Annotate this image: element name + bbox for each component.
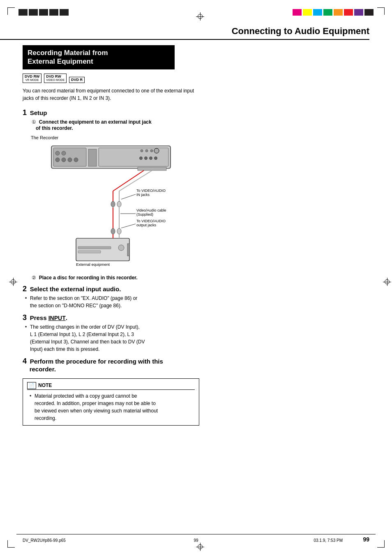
note-box: 📄 NOTE Material protected with a copy gu…	[23, 378, 199, 426]
svg-point-3	[62, 151, 66, 155]
step-1-number: 1	[23, 108, 27, 117]
svg-point-23	[111, 201, 115, 207]
note-text: Material protected with a copy guard can…	[27, 392, 195, 422]
svg-text:To VIDEO/AUDIO: To VIDEO/AUDIO	[136, 189, 166, 193]
badge-dvdrw-video-sub: VIDEO MODE	[46, 78, 65, 82]
note-bullet-1: Material protected with a copy guard can…	[35, 392, 195, 422]
note-label: NOTE	[38, 382, 52, 388]
badge-dvdrw-vr-sub: VR MODE	[25, 78, 39, 82]
step-4: 4 Perform the procedure for recording wi…	[23, 357, 212, 373]
step-2-title: Select the external input audio.	[30, 286, 121, 292]
footer-rule	[16, 534, 376, 534]
badge-dvdrw-vr: DVD RW VR MODE	[23, 74, 42, 83]
badge-dvdrw-vr-main: DVD RW	[25, 74, 39, 78]
svg-rect-1	[53, 148, 86, 166]
step-4-number: 4	[23, 357, 27, 365]
input-keyword: INPUT	[48, 315, 66, 321]
step-3-title: Press INPUT.	[30, 314, 67, 321]
svg-text:(Supplied): (Supplied)	[136, 212, 153, 216]
svg-point-24	[117, 201, 121, 207]
step-2: 2 Select the external input audio. Refer…	[23, 285, 212, 309]
step-2-number: 2	[23, 285, 27, 293]
svg-text:output jacks: output jacks	[136, 223, 157, 227]
step-3-number: 3	[23, 313, 27, 322]
svg-point-13	[154, 148, 159, 153]
svg-rect-18	[138, 167, 166, 170]
svg-point-5	[62, 158, 66, 162]
footer-filename: DV_RW2U#p86-99.p65	[23, 538, 66, 543]
page-title: Connecting to Audio Equipment	[0, 26, 369, 37]
badge-dvdrw-video-main: DVD RW	[46, 74, 61, 78]
svg-point-7	[74, 158, 78, 162]
badge-dvdrw-video: DVD RW VIDEO MODE	[44, 74, 67, 83]
svg-rect-41	[78, 246, 111, 249]
svg-text:To VIDEO/AUDIO: To VIDEO/AUDIO	[136, 219, 166, 223]
disc-badges: DVD RW VR MODE DVD RW VIDEO MODE DVD R	[23, 74, 212, 83]
sub-step-2-text: Place a disc for recording in this recor…	[39, 275, 138, 281]
corner-mark-br	[377, 540, 385, 548]
note-header: 📄 NOTE	[27, 382, 195, 389]
svg-rect-42	[78, 251, 101, 253]
sub-step-1-text: Connect the equipment to an external inp…	[32, 119, 152, 131]
svg-point-35	[111, 228, 115, 234]
svg-point-2	[55, 151, 60, 155]
corner-mark-tl	[7, 7, 15, 15]
svg-point-14	[140, 157, 143, 159]
recorder-diagram-svg: To VIDEO/AUDIO IN jacks Video/Audio cabl…	[31, 142, 195, 273]
svg-point-10	[141, 150, 143, 152]
top-right-regmarks	[293, 9, 374, 16]
two-col-layout: Recording Material from External Equipme…	[23, 45, 369, 426]
corner-mark-tr	[377, 7, 385, 15]
svg-point-4	[55, 158, 60, 162]
sub-step-1-1: ① Connect the equipment to an external i…	[32, 119, 212, 131]
svg-point-11	[145, 150, 148, 152]
title-rule	[0, 39, 369, 40]
svg-line-21	[119, 170, 152, 191]
content-area: Recording Material from External Equipme…	[23, 45, 369, 530]
svg-text:IN jacks: IN jacks	[136, 193, 150, 197]
svg-text:Video/Audio cable: Video/Audio cable	[136, 208, 166, 212]
section-heading-line1: Recording Material from	[28, 49, 108, 57]
svg-point-17	[154, 157, 157, 159]
section-heading-line2: External Equipment	[28, 58, 93, 65]
diagram-label-top: The Recorder	[31, 135, 212, 140]
step-1-title: Setup	[30, 109, 47, 116]
badge-dvdr: DVD R	[69, 77, 85, 83]
note-icon: 📄	[27, 382, 36, 389]
footer-date: 03.1.9, 7:53 PM	[314, 538, 343, 543]
svg-point-16	[150, 157, 152, 159]
svg-point-12	[150, 150, 153, 152]
svg-text:External equipment: External equipment	[76, 262, 110, 267]
svg-point-36	[117, 228, 121, 234]
sub-step-1-num: ①	[32, 119, 36, 125]
diagram-area: The Recorder	[31, 135, 212, 274]
page-title-area: Connecting to Audio Equipment	[0, 23, 392, 40]
footer-page-number-center: 99	[194, 538, 198, 543]
svg-point-6	[68, 158, 72, 162]
svg-line-19	[113, 170, 144, 191]
sub-step-1-2: ② Place a disc for recording in this rec…	[32, 274, 212, 281]
note-rule	[27, 389, 195, 390]
section-header: Recording Material from External Equipme…	[23, 45, 175, 69]
step-3: 3 Press INPUT. The setting changes in th…	[23, 313, 212, 353]
step-4-title: Perform the procedure for recording with…	[23, 358, 163, 373]
svg-rect-44	[127, 244, 129, 256]
left-column: Recording Material from External Equipme…	[23, 45, 212, 426]
svg-point-43	[118, 245, 124, 251]
page-number: 99	[363, 536, 369, 543]
svg-line-25	[121, 194, 136, 199]
svg-rect-8	[88, 149, 97, 166]
right-column	[212, 45, 369, 426]
step-1: 1 Setup ① Connect the equipment to an ex…	[23, 108, 212, 281]
badge-dvdr-main: DVD R	[71, 78, 83, 82]
corner-mark-bl	[7, 540, 15, 548]
svg-line-37	[121, 224, 136, 228]
step-2-bullet: Refer to the section on "EX. AUDIO" (pag…	[30, 295, 212, 309]
top-left-regmarks	[18, 9, 69, 16]
svg-point-15	[145, 157, 148, 159]
intro-text: You can record material from equipment c…	[23, 87, 199, 102]
step-3-bullet: The setting changes in the order of DV (…	[30, 323, 212, 353]
sub-step-2-num: ②	[32, 275, 36, 281]
